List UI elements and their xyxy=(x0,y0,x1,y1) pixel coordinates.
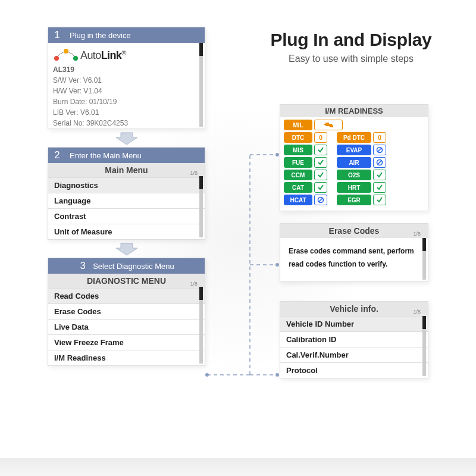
im-readiness-panel: I/M READINESS MIL DTC 0 Pd DTC 0 MIS xyxy=(280,104,428,211)
diagnostic-menu-title: DIAGNOSTIC MENU 1/8 xyxy=(48,274,205,288)
menu-item-diagnostics[interactable]: Diagnostics xyxy=(48,177,205,193)
status-ok-icon xyxy=(373,195,386,205)
status-ok-icon xyxy=(373,182,386,193)
svg-point-2 xyxy=(73,56,78,61)
chip-evap: EVAP xyxy=(337,145,371,155)
svg-line-4 xyxy=(378,148,381,152)
device-info: S/W Ver: V6.01 H/W Ver: V1.04 Burn Date:… xyxy=(48,75,205,133)
chip-hcat: HCAT xyxy=(284,195,312,205)
status-na-icon xyxy=(373,145,386,155)
step2-label: Enter the Main Menu xyxy=(70,151,142,160)
page-title: Plug In and Display xyxy=(238,30,464,50)
chip-ccm: CCM xyxy=(284,170,312,180)
page-indicator: 1/8 xyxy=(413,309,421,315)
erase-title: Erase Codes 1/8 xyxy=(280,224,428,238)
menu-item-language[interactable]: Language xyxy=(48,193,205,208)
step2-number: 2 xyxy=(53,150,61,161)
scrollbar[interactable] xyxy=(199,176,203,237)
chip-air: AIR xyxy=(337,157,371,168)
scrollbar[interactable] xyxy=(199,43,203,127)
vehicle-info-title: Vehicle info. 1/8 xyxy=(280,302,428,316)
hw-version: H/W Ver: V1.04 xyxy=(53,86,200,96)
step3-label: Select Diagnostic Menu xyxy=(93,262,174,271)
menu-item-read-codes[interactable]: Read Codes xyxy=(48,288,205,303)
step3-bar: 3 Select Diagnostic Menu xyxy=(48,258,205,274)
page-indicator: 1/8 xyxy=(190,281,198,287)
menu-item-contrast[interactable]: Contrast xyxy=(48,208,205,224)
status-ok-icon xyxy=(314,182,327,193)
svg-point-17 xyxy=(275,373,279,377)
engine-icon xyxy=(314,120,343,130)
menu-item-im-readiness[interactable]: I/M Readiness xyxy=(48,350,205,365)
chip-mis: MIS xyxy=(284,145,312,155)
menu-item-vin[interactable]: Vehicle ID Number xyxy=(280,316,428,331)
chip-dtc: DTC xyxy=(284,132,312,143)
chip-pddtc: Pd DTC xyxy=(337,132,371,143)
menu-item-unit[interactable]: Unit of Measure xyxy=(48,224,205,239)
menu-item-calibration[interactable]: Calibration ID xyxy=(280,331,428,347)
brand-suffix: Link xyxy=(101,49,122,61)
scrollbar[interactable] xyxy=(422,316,426,376)
menu-item-freeze-frame[interactable]: View Freeze Frame xyxy=(48,334,205,350)
erase-codes-panel: Erase Codes 1/8 Erase codes command sent… xyxy=(280,223,428,282)
dtc-count: 0 xyxy=(314,132,327,143)
status-ok-icon xyxy=(314,170,327,180)
im-title: I/M READINESS xyxy=(280,105,428,117)
chip-o2s: O2S xyxy=(337,170,371,180)
svg-point-0 xyxy=(54,56,59,61)
brand-prefix: Auto xyxy=(80,49,101,61)
status-ok-icon xyxy=(314,145,327,155)
scrollbar[interactable] xyxy=(422,238,426,280)
vehicle-info-panel: Vehicle info. 1/8 Vehicle ID Number Cali… xyxy=(280,301,428,378)
svg-point-13 xyxy=(275,153,279,156)
status-na-icon xyxy=(373,157,386,168)
scrollbar[interactable] xyxy=(199,287,203,364)
chip-egr: EGR xyxy=(337,195,371,205)
svg-point-15 xyxy=(275,263,279,267)
step2-bar: 2 Enter the Main Menu xyxy=(48,148,205,163)
arrow-down-icon xyxy=(48,131,205,146)
step2-panel: 2 Enter the Main Menu Main Menu 1/8 Diag… xyxy=(48,147,205,240)
step3-panel: 3 Select Diagnostic Menu DIAGNOSTIC MENU… xyxy=(48,258,205,366)
menu-item-live-data[interactable]: Live Data xyxy=(48,319,205,334)
svg-point-9 xyxy=(205,373,209,377)
autolink-logo-icon xyxy=(53,46,79,64)
lib-version: LIB Ver: V6.01 xyxy=(53,107,200,118)
svg-line-8 xyxy=(319,198,322,202)
chip-fue: FUE xyxy=(284,157,312,168)
model-number: AL319 xyxy=(48,65,205,75)
svg-line-6 xyxy=(378,161,381,164)
sw-version: S/W Ver: V6.01 xyxy=(53,75,200,86)
brand-name: AutoLink® xyxy=(80,49,126,62)
serial-number: Serial No: 39K02C4253 xyxy=(53,118,200,129)
chip-mil: MIL xyxy=(284,120,312,130)
menu-item-protocol[interactable]: Protocol xyxy=(280,362,428,378)
menu-item-calverif[interactable]: Cal.Verif.Number xyxy=(280,347,428,362)
menu-item-erase-codes[interactable]: Erase Codes xyxy=(48,303,205,319)
step1-number: 1 xyxy=(53,30,61,40)
step1-panel: 1 Plug in the device AutoLink® AL319 S/W… xyxy=(48,27,205,129)
svg-point-1 xyxy=(64,49,68,54)
step1-bar: 1 Plug in the device xyxy=(48,27,205,43)
status-na-icon xyxy=(314,195,327,205)
page-subtitle: Easy to use with simple steps xyxy=(238,54,464,64)
page-indicator: 1/8 xyxy=(413,231,421,237)
main-menu-title: Main Menu 1/8 xyxy=(48,163,205,177)
arrow-down-icon xyxy=(48,242,205,256)
status-ok-icon xyxy=(373,170,386,180)
chip-hrt: HRT xyxy=(337,182,371,193)
status-ok-icon xyxy=(314,157,327,168)
page-header: Plug In and Display Easy to use with sim… xyxy=(238,30,464,64)
step3-number: 3 xyxy=(79,261,87,271)
pddtc-count: 0 xyxy=(373,132,386,143)
brand-reg: ® xyxy=(121,49,126,57)
erase-body: Erase codes command sent, perform read c… xyxy=(280,238,428,281)
burn-date: Burn Date: 01/10/19 xyxy=(53,96,200,107)
chip-cat: CAT xyxy=(284,182,312,193)
step1-label: Plug in the device xyxy=(70,31,131,40)
page-indicator: 1/8 xyxy=(190,170,198,176)
